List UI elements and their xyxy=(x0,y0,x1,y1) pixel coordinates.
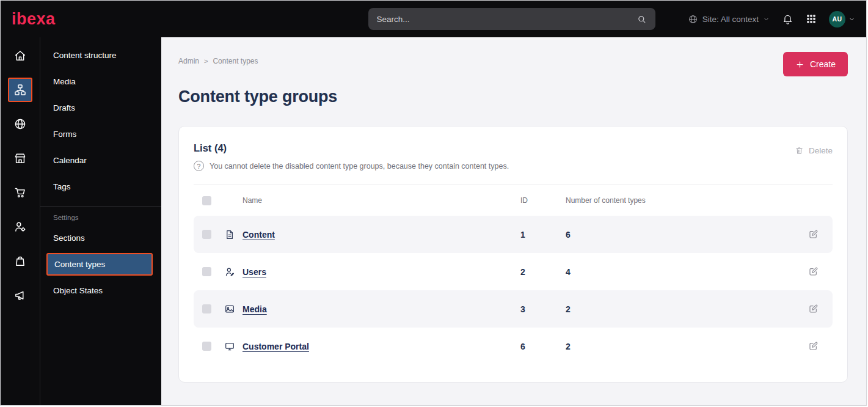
topbar-right-controls: Site: All context AU xyxy=(688,11,855,28)
image-icon xyxy=(224,304,243,315)
header-row: Admin > Content types Create xyxy=(178,52,848,76)
sidebar-item-calendar[interactable]: Calendar xyxy=(40,147,161,174)
group-id: 2 xyxy=(520,267,566,277)
trash-icon xyxy=(795,146,804,155)
sidebar-item-forms[interactable]: Forms xyxy=(40,121,161,147)
breadcrumb-separator: > xyxy=(204,57,208,65)
row-checkbox[interactable] xyxy=(202,267,211,276)
sidebar-item-media[interactable]: Media xyxy=(40,68,161,95)
user-menu[interactable]: AU xyxy=(829,11,855,28)
site-icon xyxy=(13,117,27,131)
column-header-count: Number of content types xyxy=(566,196,802,205)
info-row: ? You cannot delete the disabled content… xyxy=(194,161,509,171)
card-header-left: List (4) ? You cannot delete the disable… xyxy=(194,141,509,171)
sidebar-item-sections[interactable]: Sections xyxy=(40,225,161,251)
topbar: ibexa Site: All context AU xyxy=(1,1,866,37)
breadcrumb: Admin > Content types xyxy=(178,57,258,65)
rail-item-cart[interactable] xyxy=(8,180,32,205)
icon-rail xyxy=(1,37,40,405)
edit-icon xyxy=(808,266,819,277)
app-window: ibexa Site: All context AU xyxy=(0,0,867,406)
edit-button[interactable] xyxy=(802,339,824,354)
site-context-label: Site: All context xyxy=(702,15,759,24)
chevron-down-icon xyxy=(763,16,770,23)
breadcrumb-item-current: Content types xyxy=(213,57,258,65)
create-button-label: Create xyxy=(810,59,836,69)
group-id: 1 xyxy=(520,230,566,240)
commerce-store-icon xyxy=(13,152,27,165)
edit-icon xyxy=(808,304,819,314)
rail-item-home[interactable] xyxy=(8,43,32,68)
card-header: List (4) ? You cannot delete the disable… xyxy=(194,141,833,171)
sidebar-item-label: Content structure xyxy=(53,51,117,60)
search-bar xyxy=(368,8,655,30)
avatar[interactable]: AU xyxy=(829,11,845,28)
help-icon[interactable]: ? xyxy=(194,161,204,171)
sidebar-item-object-states[interactable]: Object States xyxy=(40,277,161,304)
group-count: 4 xyxy=(566,267,802,277)
sidebar-item-label: Object States xyxy=(53,286,103,295)
sidebar-item-tags[interactable]: Tags xyxy=(40,174,161,200)
column-header-name: Name xyxy=(243,196,520,205)
ibexa-logo[interactable]: ibexa xyxy=(12,11,56,28)
group-name-link[interactable]: Content xyxy=(243,230,275,240)
rail-item-product-catalog[interactable] xyxy=(8,249,32,273)
file-icon xyxy=(224,229,243,240)
sidebar-item-label: Content types xyxy=(54,260,105,269)
plus-icon xyxy=(795,60,804,69)
sidebar-item-content-structure[interactable]: Content structure xyxy=(40,42,161,68)
marketing-icon xyxy=(13,288,27,302)
edit-button[interactable] xyxy=(802,227,824,242)
info-text: You cannot delete the disabled content t… xyxy=(210,162,509,170)
edit-button[interactable] xyxy=(802,264,824,279)
sidebar-item-label: Forms xyxy=(53,130,76,139)
notifications-button[interactable] xyxy=(782,13,793,25)
delete-button-label: Delete xyxy=(809,146,833,155)
group-name-link[interactable]: Users xyxy=(243,267,266,277)
group-name-link[interactable]: Media xyxy=(243,304,267,314)
apps-grid-button[interactable] xyxy=(806,13,817,24)
edit-button[interactable] xyxy=(802,301,824,317)
select-all-checkbox[interactable] xyxy=(202,196,211,205)
group-count: 2 xyxy=(566,342,802,351)
content-type-groups-card: List (4) ? You cannot delete the disable… xyxy=(178,126,848,383)
site-context-selector[interactable]: Site: All context xyxy=(688,14,770,24)
content-structure-icon xyxy=(13,83,27,97)
group-id: 3 xyxy=(520,304,566,314)
table-body: Content 1 6 Users 2 4 xyxy=(194,216,833,365)
rail-item-content-structure[interactable] xyxy=(8,78,32,102)
user-admin-icon xyxy=(13,220,27,233)
create-button[interactable]: Create xyxy=(783,52,848,76)
product-catalog-icon xyxy=(13,254,27,268)
rail-item-site[interactable] xyxy=(8,112,32,136)
table-row: Media 3 2 xyxy=(194,290,833,328)
sidebar-item-content-types[interactable]: Content types xyxy=(46,253,153,276)
main-content: Admin > Content types Create Content typ… xyxy=(161,37,866,405)
cart-icon xyxy=(13,186,27,199)
delete-button[interactable]: Delete xyxy=(795,146,833,155)
page-title: Content type groups xyxy=(178,87,848,106)
rail-item-marketing[interactable] xyxy=(8,283,32,307)
search-input[interactable] xyxy=(377,15,636,24)
rail-item-user-admin[interactable] xyxy=(8,215,32,239)
group-name-link[interactable]: Customer Portal xyxy=(243,342,309,351)
table-header: Name ID Number of content types xyxy=(194,185,833,216)
row-checkbox[interactable] xyxy=(202,304,211,314)
globe-icon xyxy=(688,14,698,24)
app-shell: Content structure Media Drafts Forms Cal… xyxy=(1,37,866,405)
sidebar-item-label: Media xyxy=(53,77,76,86)
list-title: List (4) xyxy=(194,142,509,154)
search-icon[interactable] xyxy=(636,14,647,24)
table-row: Users 2 4 xyxy=(194,253,833,290)
breadcrumb-item-admin[interactable]: Admin xyxy=(178,57,199,65)
rail-item-commerce[interactable] xyxy=(8,146,32,170)
chevron-down-icon xyxy=(848,16,855,23)
row-checkbox[interactable] xyxy=(202,230,211,239)
column-header-id: ID xyxy=(520,196,566,205)
sidebar-item-drafts[interactable]: Drafts xyxy=(40,95,161,121)
edit-icon xyxy=(808,229,819,240)
row-checkbox[interactable] xyxy=(202,342,211,351)
group-count: 6 xyxy=(566,230,802,240)
sidebar-item-label: Calendar xyxy=(53,156,87,165)
sidebar-menu: Content structure Media Drafts Forms Cal… xyxy=(40,37,161,405)
